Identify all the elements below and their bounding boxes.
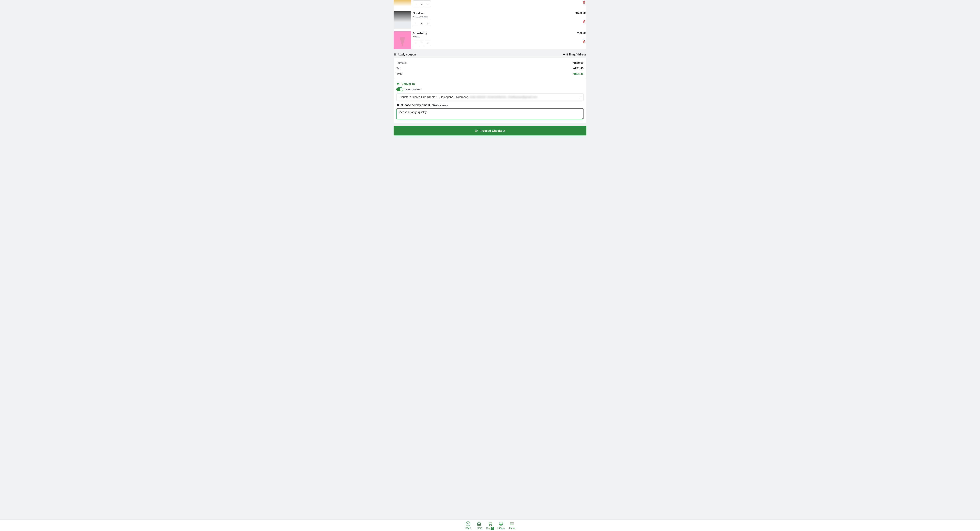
card-icon (475, 129, 478, 132)
qty-plus-button[interactable]: + (425, 20, 431, 26)
line-total: ₹600.00 (563, 11, 585, 14)
location-icon (563, 53, 565, 56)
tax-label: Tax (396, 67, 401, 70)
svg-rect-4 (475, 130, 477, 131)
qty-plus-button[interactable]: + (425, 40, 431, 46)
note-textarea[interactable] (396, 108, 584, 119)
cart-item: - 1 + (394, 0, 586, 10)
gift-icon (394, 53, 396, 56)
qty-minus-button[interactable]: - (413, 1, 419, 7)
qty-value: 1 (419, 1, 425, 7)
item-price: ₹300.00 Single (413, 15, 562, 18)
total-label: Total (396, 72, 402, 75)
proceed-checkout-button[interactable]: Proceed Checkout (394, 126, 586, 135)
item-name: Strawberry (413, 32, 562, 35)
subtotal-value: ₹849.00 (573, 61, 584, 65)
trash-icon[interactable] (583, 1, 585, 4)
cart-item: Noodles ₹300.00 Single - 2 + ₹600.00 (394, 10, 586, 30)
summary-box: Subtotal ₹849.00 Tax +₹42.45 Total ₹891.… (394, 58, 586, 79)
store-pickup-label: Store Pickup (406, 88, 421, 91)
qty-minus-button[interactable]: - (413, 40, 419, 46)
line-total: ₹99.00 (563, 31, 585, 35)
cart-item: Strawberry ₹99.00 - 1 + ₹99.00 (394, 30, 586, 49)
qty-plus-button[interactable]: + (425, 1, 431, 7)
tax-value: +₹42.45 (573, 67, 584, 70)
store-pickup-toggle[interactable] (396, 87, 403, 91)
item-image (394, 0, 411, 9)
write-note-label: Write a note (428, 104, 448, 107)
item-price: ₹99.00 (413, 35, 562, 38)
counter-select[interactable]: Counter : Jubilee Hills RD No 10, Telang… (396, 93, 584, 101)
billing-address-link[interactable]: Billing Address (563, 53, 586, 56)
choose-delivery-time[interactable]: Choose delivey time (396, 103, 427, 107)
chevron-down-icon (579, 96, 581, 98)
quantity-stepper[interactable]: - 1 + (413, 40, 431, 46)
item-name: Noodles (413, 12, 562, 15)
billing-address-label: Billing Address (566, 53, 586, 56)
item-image (394, 11, 411, 29)
clock-icon (396, 104, 399, 107)
deliver-to-heading: Deliver to (396, 82, 415, 86)
apply-coupon-label: Apply coupon (398, 53, 416, 56)
quantity-stepper[interactable]: - 2 + (413, 20, 431, 26)
qty-value: 2 (419, 20, 425, 26)
truck-icon (396, 82, 400, 86)
trash-icon[interactable] (583, 20, 585, 23)
counter-value: Counter : Jubilee Hills RD No 10, Telang… (399, 95, 537, 99)
quantity-stepper[interactable]: - 1 + (413, 0, 431, 7)
item-image (394, 31, 411, 49)
note-icon (428, 104, 431, 107)
total-value: ₹891.45 (573, 72, 584, 75)
qty-minus-button[interactable]: - (413, 20, 419, 26)
trash-icon[interactable] (583, 40, 585, 43)
qty-value: 1 (419, 40, 425, 46)
subtotal-label: Subtotal (396, 61, 407, 65)
apply-coupon-link[interactable]: Apply coupon (394, 53, 416, 56)
